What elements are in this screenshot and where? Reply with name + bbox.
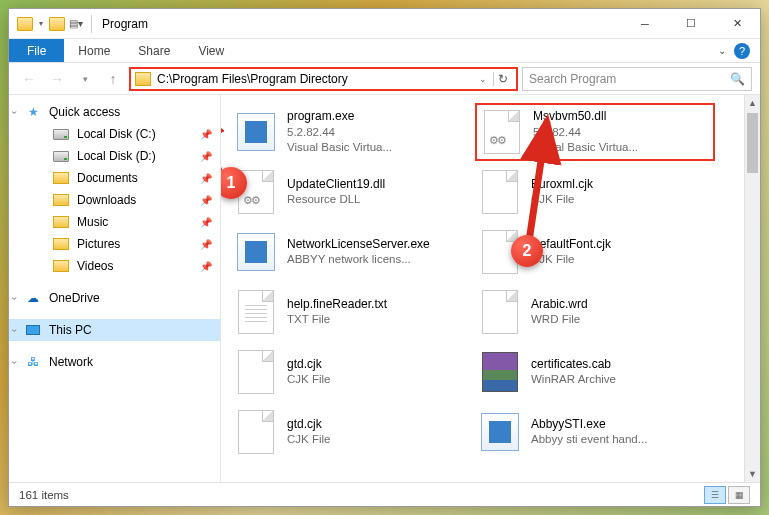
scroll-thumb[interactable] xyxy=(747,113,758,173)
file-name: program.exe xyxy=(287,108,392,124)
pin-icon: 📌 xyxy=(200,129,212,140)
network-icon: 🖧 xyxy=(25,354,41,370)
file-name: Msvbvm50.dll xyxy=(533,108,638,124)
file-subtitle: CJK File xyxy=(287,372,330,388)
pin-icon: 📌 xyxy=(200,261,212,272)
file-meta: NetworkLicenseServer.exeABBYY network li… xyxy=(287,236,430,268)
sidebar-item[interactable]: Local Disk (D:)📌 xyxy=(27,145,220,167)
navigation-pane: ★ Quick access Local Disk (C:)📌Local Dis… xyxy=(9,95,221,482)
maximize-button[interactable]: ☐ xyxy=(668,9,714,39)
status-bar: 161 items ☰ ▦ xyxy=(9,482,760,506)
dll-icon xyxy=(481,108,523,156)
file-item[interactable]: program.exe5.2.82.44Visual Basic Virtua.… xyxy=(231,103,471,161)
sidebar-item-label: Local Disk (D:) xyxy=(77,149,156,163)
nav-forward-button[interactable]: → xyxy=(45,67,69,91)
file-subtitle: 5.2.82.44 xyxy=(533,125,638,141)
file-item[interactable]: Arabic.wrdWRD File xyxy=(475,283,715,341)
file-item[interactable]: UpdateClient19.dllResource DLL xyxy=(231,163,471,221)
file-item[interactable]: Euroxml.cjkCJK File xyxy=(475,163,715,221)
file-name: certificates.cab xyxy=(531,356,616,372)
separator xyxy=(91,15,92,33)
archive-icon xyxy=(479,348,521,396)
annotation-step-2: 2 xyxy=(511,235,543,267)
drive-icon xyxy=(53,148,69,164)
sidebar-quick-access[interactable]: ★ Quick access xyxy=(9,101,220,123)
sidebar-this-pc[interactable]: This PC xyxy=(9,319,220,341)
search-icon: 🔍 xyxy=(730,72,745,86)
pin-icon: 📌 xyxy=(200,195,212,206)
tab-view[interactable]: View xyxy=(184,39,238,62)
file-name: gtd.cjk xyxy=(287,356,330,372)
properties-icon[interactable]: ▤▾ xyxy=(69,18,83,29)
sidebar-item[interactable]: Videos📌 xyxy=(27,255,220,277)
star-icon: ★ xyxy=(25,104,41,120)
pin-icon: 📌 xyxy=(200,217,212,228)
sidebar-item-label: This PC xyxy=(49,323,92,337)
help-icon[interactable]: ? xyxy=(734,43,750,59)
chevron-down-icon[interactable]: ⌄ xyxy=(475,74,491,84)
file-item[interactable]: gtd.cjkCJK File xyxy=(231,403,471,461)
file-item[interactable]: certificates.cabWinRAR Archive xyxy=(475,343,715,401)
close-button[interactable]: ✕ xyxy=(714,9,760,39)
scroll-up-icon[interactable]: ▲ xyxy=(745,95,760,111)
titlebar: ▾ ▤▾ Program ─ ☐ ✕ xyxy=(9,9,760,39)
file-subtitle: Abbyy sti event hand... xyxy=(531,432,647,448)
sidebar-item-label: Music xyxy=(77,215,108,229)
address-path: C:\Program Files\Program Directory xyxy=(157,72,475,86)
sidebar-item-label: Network xyxy=(49,355,93,369)
sidebar-item-label: Pictures xyxy=(77,237,120,251)
view-details-button[interactable]: ☰ xyxy=(704,486,726,504)
file-name: DefaultFont.cjk xyxy=(531,236,611,252)
ribbon-expand-icon[interactable]: ⌄ xyxy=(718,45,726,56)
nav-up-button[interactable]: ↑ xyxy=(101,67,125,91)
file-icon xyxy=(479,168,521,216)
file-item[interactable]: gtd.cjkCJK File xyxy=(231,343,471,401)
refresh-button[interactable]: ↻ xyxy=(493,72,512,86)
file-subtitle: ABBYY network licens... xyxy=(287,252,430,268)
tab-home[interactable]: Home xyxy=(64,39,124,62)
file-item[interactable]: help.fineReader.txtTXT File xyxy=(231,283,471,341)
sidebar-item-label: Downloads xyxy=(77,193,136,207)
file-subtitle: CJK File xyxy=(531,252,611,268)
file-list: program.exe5.2.82.44Visual Basic Virtua.… xyxy=(221,95,760,482)
file-name: help.fineReader.txt xyxy=(287,296,387,312)
file-subtitle: Resource DLL xyxy=(287,192,385,208)
sidebar-item-label: OneDrive xyxy=(49,291,100,305)
file-subtitle: WinRAR Archive xyxy=(531,372,616,388)
pin-icon: 📌 xyxy=(200,151,212,162)
search-input[interactable]: Search Program 🔍 xyxy=(522,67,752,91)
file-subtitle: WRD File xyxy=(531,312,588,328)
sidebar-item[interactable]: Documents📌 xyxy=(27,167,220,189)
minimize-button[interactable]: ─ xyxy=(622,9,668,39)
tab-file[interactable]: File xyxy=(9,39,64,62)
address-bar[interactable]: C:\Program Files\Program Directory ⌄ ↻ xyxy=(129,67,518,91)
sidebar-onedrive[interactable]: ☁ OneDrive xyxy=(9,287,220,309)
file-item[interactable]: NetworkLicenseServer.exeABBYY network li… xyxy=(231,223,471,281)
sidebar-network[interactable]: 🖧 Network xyxy=(9,351,220,373)
file-meta: DefaultFont.cjkCJK File xyxy=(531,236,611,268)
folder-icon xyxy=(49,17,65,31)
sidebar-item[interactable]: Music📌 xyxy=(27,211,220,233)
sidebar-item[interactable]: Pictures📌 xyxy=(27,233,220,255)
pc-icon xyxy=(25,322,41,338)
file-subtitle: Visual Basic Virtua... xyxy=(287,140,392,156)
sidebar-item[interactable]: Downloads📌 xyxy=(27,189,220,211)
file-meta: certificates.cabWinRAR Archive xyxy=(531,356,616,388)
folder-icon xyxy=(53,258,69,274)
ribbon-tabs: File Home Share View ⌄ ? xyxy=(9,39,760,63)
tab-share[interactable]: Share xyxy=(124,39,184,62)
file-item[interactable]: AbbyySTI.exeAbbyy sti event hand... xyxy=(475,403,715,461)
file-meta: Euroxml.cjkCJK File xyxy=(531,176,593,208)
window-title: Program xyxy=(96,17,148,31)
scroll-down-icon[interactable]: ▼ xyxy=(745,466,760,482)
file-subtitle: CJK File xyxy=(531,192,593,208)
nav-back-button[interactable]: ← xyxy=(17,67,41,91)
view-icons-button[interactable]: ▦ xyxy=(728,486,750,504)
nav-history-dropdown[interactable]: ▾ xyxy=(73,67,97,91)
file-meta: AbbyySTI.exeAbbyy sti event hand... xyxy=(531,416,647,448)
vertical-scrollbar[interactable]: ▲ ▼ xyxy=(744,95,760,482)
qat-dropdown-icon[interactable]: ▾ xyxy=(37,19,45,28)
file-item[interactable]: Msvbvm50.dll5.2.82.44Visual Basic Virtua… xyxy=(475,103,715,161)
sidebar-item[interactable]: Local Disk (C:)📌 xyxy=(27,123,220,145)
file-meta: program.exe5.2.82.44Visual Basic Virtua.… xyxy=(287,108,392,155)
